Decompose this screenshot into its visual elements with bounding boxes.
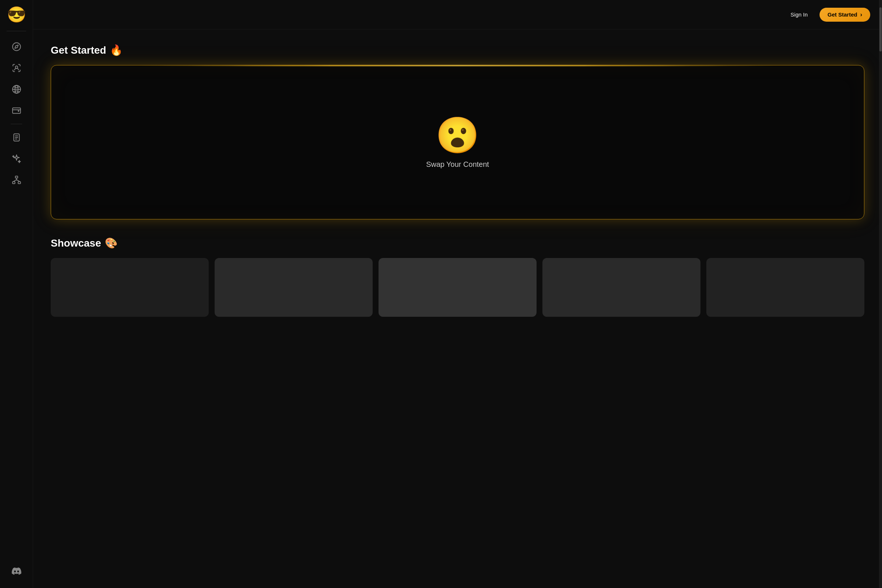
sidebar-item-face-scan[interactable] — [7, 58, 26, 78]
sidebar-nav — [7, 33, 26, 561]
sidebar-bottom — [7, 561, 26, 588]
scrollbar-track[interactable] — [879, 0, 882, 588]
get-started-title-text: Get Started — [51, 45, 106, 56]
sidebar-divider-mid — [10, 124, 22, 124]
sparkle-icon — [12, 154, 21, 164]
get-started-title: Get Started 🔥 — [51, 44, 864, 56]
showcase-title-emoji: 🎨 — [105, 237, 118, 249]
get-started-header-button[interactable]: Get Started › — [819, 8, 870, 22]
card-swap-text: Swap Your Content — [426, 160, 489, 169]
showcase-grid — [51, 258, 864, 317]
globe-icon — [12, 84, 21, 94]
svg-marker-1 — [15, 45, 18, 48]
compass-icon — [12, 42, 21, 51]
sidebar-item-network[interactable] — [7, 171, 26, 190]
showcase-title: Showcase 🎨 — [51, 237, 864, 249]
sidebar-divider-top — [7, 31, 26, 31]
get-started-title-emoji: 🔥 — [110, 44, 123, 56]
get-started-card[interactable]: 😮 Swap Your Content — [51, 65, 864, 219]
face-scan-icon — [12, 63, 21, 73]
sidebar-item-wallet[interactable] — [7, 101, 26, 120]
sidebar-item-sparkle[interactable] — [7, 149, 26, 168]
scrollbar-thumb[interactable] — [879, 8, 882, 51]
showcase-title-text: Showcase — [51, 237, 101, 249]
showcase-card-3[interactable] — [378, 258, 537, 317]
sign-in-button[interactable]: Sign In — [784, 9, 814, 21]
discord-icon — [12, 566, 21, 576]
svg-rect-13 — [18, 182, 21, 183]
get-started-header-label: Get Started — [828, 11, 857, 18]
sidebar-item-explore[interactable] — [7, 37, 26, 56]
showcase-card-5[interactable] — [706, 258, 864, 317]
main-content: Sign In Get Started › Get Started 🔥 😮 Sw… — [33, 0, 882, 588]
svg-rect-6 — [12, 108, 21, 113]
showcase-card-2[interactable] — [214, 258, 373, 317]
sidebar-item-document[interactable] — [7, 128, 26, 147]
sidebar-item-discord[interactable] — [7, 561, 26, 580]
header: Sign In Get Started › — [33, 0, 882, 29]
network-icon — [12, 175, 21, 185]
svg-point-2 — [15, 66, 18, 69]
svg-point-0 — [12, 43, 21, 51]
logo-emoji: 😎 — [7, 7, 26, 22]
svg-rect-12 — [12, 182, 15, 183]
card-emoji: 😮 — [435, 116, 480, 153]
get-started-arrow: › — [860, 11, 862, 18]
content-area: Get Started 🔥 😮 Swap Your Content Showca… — [33, 29, 882, 588]
sidebar: 😎 — [0, 0, 33, 588]
sidebar-item-globe[interactable] — [7, 80, 26, 99]
showcase-card-1[interactable] — [51, 258, 209, 317]
logo-button[interactable]: 😎 — [0, 0, 33, 29]
document-icon — [12, 133, 21, 142]
showcase-card-4[interactable] — [542, 258, 700, 317]
wallet-icon — [12, 106, 21, 116]
